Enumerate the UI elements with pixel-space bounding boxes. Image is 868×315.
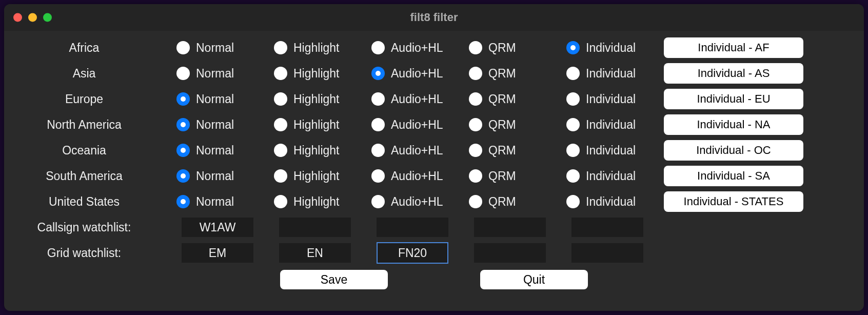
save-button[interactable]: Save bbox=[280, 270, 388, 289]
radio-normal[interactable] bbox=[176, 195, 190, 208]
radio-audio_hl[interactable] bbox=[371, 195, 385, 208]
radio-qrm[interactable] bbox=[469, 92, 482, 106]
grid-watchlist-input-3[interactable] bbox=[474, 243, 546, 263]
radio-highlight[interactable] bbox=[274, 195, 287, 208]
radio-audio_hl[interactable] bbox=[371, 118, 385, 131]
minimize-window-icon[interactable] bbox=[28, 13, 37, 22]
radio-audio_hl[interactable] bbox=[371, 144, 385, 157]
option-individual[interactable]: Individual bbox=[566, 118, 664, 132]
radio-normal[interactable] bbox=[176, 92, 190, 106]
radio-highlight[interactable] bbox=[274, 67, 287, 80]
radio-individual[interactable] bbox=[566, 41, 580, 54]
option-qrm[interactable]: QRM bbox=[469, 169, 566, 183]
option-label-normal: Normal bbox=[196, 118, 234, 132]
region-label: Africa bbox=[12, 41, 176, 55]
radio-individual[interactable] bbox=[566, 144, 580, 157]
option-highlight[interactable]: Highlight bbox=[274, 41, 371, 55]
radio-qrm[interactable] bbox=[469, 169, 482, 183]
region-row: EuropeNormalHighlightAudio+HLQRMIndividu… bbox=[12, 86, 856, 112]
option-audio_hl[interactable]: Audio+HL bbox=[371, 144, 469, 158]
individual-button[interactable]: Individual - AS bbox=[664, 63, 803, 84]
maximize-window-icon[interactable] bbox=[43, 13, 52, 22]
option-individual[interactable]: Individual bbox=[566, 144, 664, 158]
option-individual[interactable]: Individual bbox=[566, 169, 664, 183]
radio-normal[interactable] bbox=[176, 67, 190, 80]
option-individual[interactable]: Individual bbox=[566, 67, 664, 81]
option-audio_hl[interactable]: Audio+HL bbox=[371, 67, 469, 81]
option-highlight[interactable]: Highlight bbox=[274, 195, 371, 209]
option-normal[interactable]: Normal bbox=[176, 92, 274, 106]
radio-individual[interactable] bbox=[566, 118, 580, 131]
callsign-watchlist-input-0[interactable] bbox=[182, 218, 253, 237]
option-highlight[interactable]: Highlight bbox=[274, 67, 371, 81]
option-normal[interactable]: Normal bbox=[176, 41, 274, 55]
option-normal[interactable]: Normal bbox=[176, 169, 274, 183]
radio-audio_hl[interactable] bbox=[371, 169, 385, 183]
option-highlight[interactable]: Highlight bbox=[274, 118, 371, 132]
individual-button[interactable]: Individual - SA bbox=[664, 166, 803, 186]
option-audio_hl[interactable]: Audio+HL bbox=[371, 41, 469, 55]
option-audio_hl[interactable]: Audio+HL bbox=[371, 118, 469, 132]
radio-qrm[interactable] bbox=[469, 67, 482, 80]
radio-normal[interactable] bbox=[176, 41, 190, 54]
option-qrm[interactable]: QRM bbox=[469, 41, 566, 55]
radio-qrm[interactable] bbox=[469, 118, 482, 131]
option-highlight[interactable]: Highlight bbox=[274, 144, 371, 158]
option-qrm[interactable]: QRM bbox=[469, 195, 566, 209]
option-normal[interactable]: Normal bbox=[176, 195, 274, 209]
radio-highlight[interactable] bbox=[274, 144, 287, 157]
option-label-highlight: Highlight bbox=[293, 67, 340, 81]
callsign-watchlist-input-2[interactable] bbox=[377, 218, 448, 237]
grid-watchlist-input-0[interactable] bbox=[182, 243, 253, 263]
radio-audio_hl[interactable] bbox=[371, 41, 385, 54]
option-label-individual: Individual bbox=[586, 195, 636, 209]
close-window-icon[interactable] bbox=[13, 13, 22, 22]
option-highlight[interactable]: Highlight bbox=[274, 169, 371, 183]
individual-button[interactable]: Individual - STATES bbox=[664, 191, 803, 212]
individual-button[interactable]: Individual - AF bbox=[664, 37, 803, 58]
option-individual[interactable]: Individual bbox=[566, 92, 664, 106]
individual-button[interactable]: Individual - NA bbox=[664, 114, 803, 135]
option-audio_hl[interactable]: Audio+HL bbox=[371, 169, 469, 183]
app-window: filt8 filter AfricaNormalHighlightAudio+… bbox=[4, 4, 864, 311]
option-normal[interactable]: Normal bbox=[176, 67, 274, 81]
radio-normal[interactable] bbox=[176, 144, 190, 157]
quit-button[interactable]: Quit bbox=[480, 270, 588, 289]
region-label: North America bbox=[12, 118, 176, 132]
radio-individual[interactable] bbox=[566, 195, 580, 208]
option-label-individual: Individual bbox=[586, 92, 636, 106]
option-qrm[interactable]: QRM bbox=[469, 67, 566, 81]
callsign-watchlist-input-4[interactable] bbox=[571, 218, 643, 237]
grid-watchlist-input-2[interactable] bbox=[377, 242, 448, 264]
grid-watchlist-input-1[interactable] bbox=[279, 243, 351, 263]
callsign-watchlist-input-3[interactable] bbox=[474, 218, 546, 237]
option-audio_hl[interactable]: Audio+HL bbox=[371, 92, 469, 106]
option-individual[interactable]: Individual bbox=[566, 195, 664, 209]
radio-highlight[interactable] bbox=[274, 41, 287, 54]
radio-normal[interactable] bbox=[176, 169, 190, 183]
callsign-watchlist-input-1[interactable] bbox=[279, 218, 351, 237]
radio-individual[interactable] bbox=[566, 67, 580, 80]
individual-button[interactable]: Individual - EU bbox=[664, 89, 803, 109]
option-qrm[interactable]: QRM bbox=[469, 118, 566, 132]
radio-audio_hl[interactable] bbox=[371, 67, 385, 80]
option-qrm[interactable]: QRM bbox=[469, 92, 566, 106]
grid-watchlist-input-4[interactable] bbox=[571, 243, 643, 263]
option-audio_hl[interactable]: Audio+HL bbox=[371, 195, 469, 209]
radio-qrm[interactable] bbox=[469, 144, 482, 157]
radio-highlight[interactable] bbox=[274, 118, 287, 131]
radio-highlight[interactable] bbox=[274, 169, 287, 183]
radio-individual[interactable] bbox=[566, 92, 580, 106]
radio-qrm[interactable] bbox=[469, 195, 482, 208]
radio-normal[interactable] bbox=[176, 118, 190, 131]
option-individual[interactable]: Individual bbox=[566, 41, 664, 55]
individual-button[interactable]: Individual - OC bbox=[664, 140, 803, 161]
radio-individual[interactable] bbox=[566, 169, 580, 183]
option-normal[interactable]: Normal bbox=[176, 118, 274, 132]
option-qrm[interactable]: QRM bbox=[469, 144, 566, 158]
option-highlight[interactable]: Highlight bbox=[274, 92, 371, 106]
option-normal[interactable]: Normal bbox=[176, 144, 274, 158]
radio-audio_hl[interactable] bbox=[371, 92, 385, 106]
radio-qrm[interactable] bbox=[469, 41, 482, 54]
radio-highlight[interactable] bbox=[274, 92, 287, 106]
